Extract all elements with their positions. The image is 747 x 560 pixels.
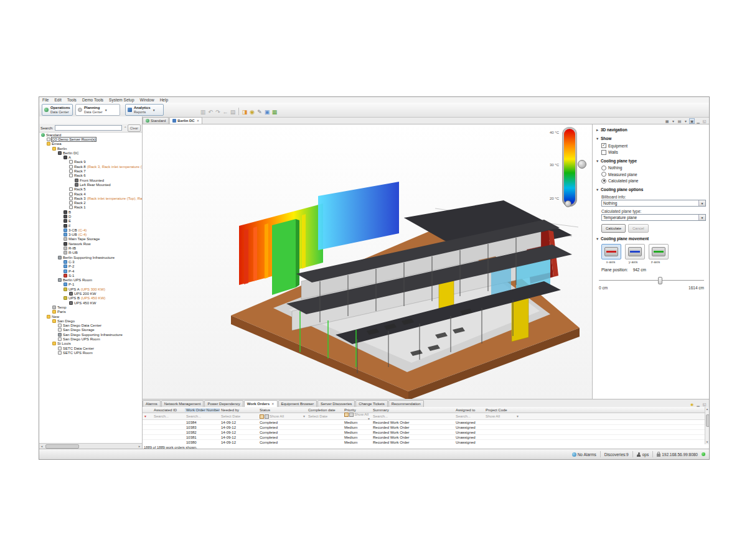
billboard-info-select[interactable]: Nothing ▼ (601, 200, 706, 207)
tree-item-a[interactable]: A (39, 155, 142, 159)
copy-icon[interactable]: ▤ (229, 108, 237, 116)
column-header-completion-date[interactable]: Completion date (307, 408, 343, 412)
close-icon[interactable]: ✕ (197, 119, 200, 123)
tree-item-rack-6[interactable]: Rack 6 (39, 174, 142, 178)
tree-item-rack-5[interactable]: Rack 5 (39, 187, 142, 192)
menu-help[interactable]: Help (160, 98, 168, 102)
chevron-down-icon[interactable]: ▼ (153, 108, 156, 112)
tree-item-d[interactable]: D (39, 214, 142, 218)
scroll-right-icon[interactable]: ▸ (137, 444, 142, 448)
column-header-assigned-to[interactable]: Assigned to (454, 408, 484, 412)
calendar-icon[interactable] (344, 413, 349, 417)
tree-item-co-demo-server-room-s[interactable]: CO Demo Server Room(s) (39, 137, 142, 141)
section-cooling-plane-options[interactable]: ▾Cooling plane options (596, 187, 707, 192)
undo-icon[interactable]: ↶ (207, 108, 214, 116)
tree-item-3-ub[interactable]: 3-UB(C-4) (39, 233, 142, 237)
search-input[interactable] (55, 125, 122, 131)
tree-item-rack-3[interactable]: Rack 3(Rack inlet temperature (Top), Rac… (39, 196, 142, 200)
section-show[interactable]: ▾Show (596, 136, 707, 141)
filter-summary[interactable]: Search... (372, 414, 454, 418)
column-header-project-code[interactable]: Project Code (484, 408, 520, 412)
tree-item-berlin-ups-room[interactable]: Berlin UPS Room (39, 278, 142, 282)
tree-item-rack-1[interactable]: Rack 1 (39, 205, 142, 210)
menu-demo-tools[interactable]: Demo Tools (82, 98, 103, 102)
clear-button[interactable]: Clear (128, 124, 141, 132)
dropdown-icon[interactable]: ▾ (683, 118, 688, 124)
bottom-tab-recommendation[interactable]: Recommendation (388, 400, 424, 407)
bottom-tab-network-management[interactable]: Network Management (161, 400, 204, 407)
table-row[interactable]: 1038214-09-12CompletedMediumRecorded Wor… (143, 430, 705, 435)
restore-icon[interactable]: ◱ (702, 401, 707, 407)
scale-adjust-knob[interactable] (578, 160, 586, 169)
column-header-needed-by[interactable]: Needed by (220, 408, 258, 412)
tree-item-e[interactable]: E (39, 219, 142, 223)
radio-selected-icon[interactable] (601, 179, 606, 184)
equipment-checkbox-row[interactable]: ✓ Equipment (601, 143, 707, 148)
bottom-tab-power-dependency[interactable]: Power Dependency (204, 400, 243, 407)
tree-item-temp[interactable]: Temp (39, 305, 142, 309)
menu-window[interactable]: Window (140, 98, 154, 102)
3d-viewport[interactable]: 40 °C 30 °C 20 °C (143, 124, 592, 399)
scroll-down-icon[interactable]: ▼ (705, 441, 709, 444)
radio-icon[interactable] (601, 166, 606, 170)
tree-item-p-1[interactable]: P-1 (39, 282, 142, 287)
tree-item-main-tape-storage[interactable]: Main Tape Storage (39, 237, 142, 241)
table-row[interactable]: 1038414-09-12CompletedMediumRecorded Wor… (143, 420, 705, 425)
restore-icon[interactable]: ◱ (702, 118, 707, 124)
tree-item-rack-7[interactable]: Rack 7 (39, 169, 142, 173)
tree-item-setc-ups-room[interactable]: SETC UPS Room (39, 350, 142, 355)
z-axis-button[interactable] (649, 244, 669, 259)
tree-item-p-2[interactable]: P-2 (39, 264, 142, 269)
tree-item-berlin-dc[interactable]: Berlin DC (39, 151, 142, 155)
bottom-tab-change-tickets[interactable]: Change Tickets (355, 400, 387, 407)
discoveries-status[interactable]: Discoveries:9 (604, 452, 629, 457)
menu-edit[interactable]: Edit (54, 98, 61, 102)
filter-work-order-number[interactable]: Search... (185, 414, 220, 418)
table-row[interactable]: 1038114-09-12CompletedMediumRecorded Wor… (143, 435, 705, 440)
save-icon[interactable]: ▥ (199, 108, 207, 116)
operations-perspective-button[interactable]: Operations Data Center (42, 104, 73, 116)
scroll-up-icon[interactable]: ▲ (705, 408, 709, 411)
tree-item-san-diego-ups-room[interactable]: San Diego UPS Room (39, 337, 142, 341)
tree-item-standard[interactable]: Standard (39, 133, 142, 137)
checkbox-icon[interactable] (601, 150, 606, 155)
tree-item-ups-450-kw[interactable]: UPS 450 KW (39, 301, 142, 305)
filter-needed-by[interactable]: Select Date (220, 414, 258, 418)
chevron-down-icon[interactable]: ▼ (303, 414, 306, 418)
bottom-tab-server-discoveries[interactable]: Server Discoveries (317, 400, 355, 407)
slider-thumb[interactable] (658, 277, 662, 284)
calculated-plane-type-select[interactable]: Temperature plane ▼ (601, 214, 706, 221)
tree-item-s-1[interactable]: S-1 (39, 273, 142, 278)
column-header-status[interactable]: Status (258, 408, 307, 412)
bottom-tab-work-orders[interactable]: Work Orders✕ (244, 400, 278, 407)
tree-item-left-rear-mounted[interactable]: Left Rear Mounted (39, 182, 142, 187)
tree-item-emea[interactable]: Emea (39, 142, 142, 146)
tree-item-rack-4[interactable]: Rack 4 (39, 192, 142, 196)
planning-perspective-button[interactable]: Planning Data Center ▼ (75, 104, 120, 116)
tree-item-b[interactable]: B (39, 210, 142, 214)
table-row[interactable]: 1038314-09-12CompletedMediumRecorded Wor… (143, 425, 705, 430)
layout-icon[interactable]: ▦ (271, 108, 278, 116)
menu-file[interactable]: File (42, 98, 49, 102)
redo-icon[interactable]: ↷ (214, 108, 222, 116)
bottom-tab-equipment-browser[interactable]: Equipment Browser (278, 400, 317, 407)
close-icon[interactable]: ✕ (271, 402, 275, 406)
table-row[interactable]: 1038014-09-12CompletedMediumRecorded Wor… (143, 440, 705, 444)
section-cooling-plane-type[interactable]: ▾Cooling plane type (596, 159, 707, 164)
genome-icon[interactable]: ▣ (263, 108, 271, 116)
section-3d-navigation[interactable]: ▸3D navigation (596, 128, 707, 133)
no-alarms-status[interactable]: No Alarms (572, 452, 596, 457)
tree-item-san-diego-data-center[interactable]: San Diego Data Center (39, 323, 142, 327)
tree-item-f[interactable]: F (39, 223, 142, 228)
column-header-associated-id[interactable]: Associated ID (153, 408, 185, 412)
vertical-scrollbar[interactable]: ▲ ▼ (705, 407, 709, 444)
plane-position-slider[interactable] (599, 277, 704, 283)
filter-project-code[interactable]: Show All▼ (484, 414, 520, 418)
analytics-perspective-button[interactable]: Analytics Reports ▼ (125, 104, 164, 116)
tree-item-r-ib[interactable]: R-IB (39, 246, 142, 250)
pin-icon[interactable]: ◉ (689, 401, 695, 407)
back-icon[interactable]: ← (222, 108, 229, 116)
tree-item-ups-200-kw[interactable]: UPS 200 KW (39, 291, 142, 296)
tree-item-ups-a[interactable]: UPS A(UPS 300 KW) (39, 287, 142, 291)
chevron-down-icon[interactable]: ▼ (105, 108, 108, 112)
